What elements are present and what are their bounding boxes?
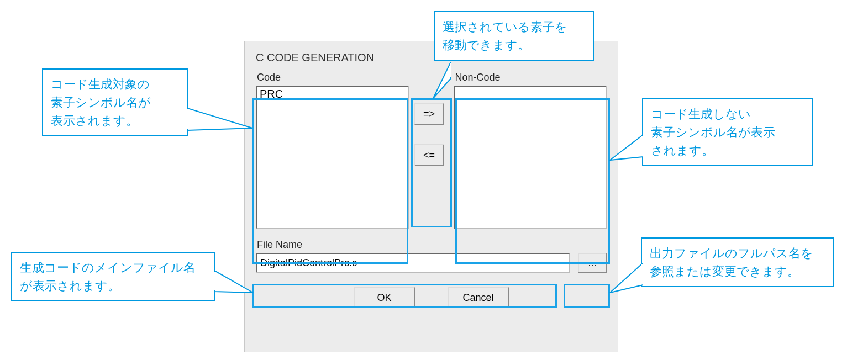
callout-pointer-icon [609, 133, 643, 166]
svg-marker-6 [214, 271, 253, 293]
ok-button[interactable]: OK [354, 287, 415, 308]
noncode-group: Non-Code [454, 70, 607, 229]
callout-code-list: コード生成対象の 素子シンボル名が 表示されます。 [42, 68, 188, 136]
action-buttons: OK Cancel [245, 273, 618, 314]
callout-move-buttons: 選択されている素子を 移動できます。 [434, 11, 594, 61]
callout-browse: 出力ファイルのフルパス名を 参照または変更できます。 [641, 237, 834, 287]
svg-marker-4 [610, 135, 643, 160]
cancel-button[interactable]: Cancel [448, 287, 509, 308]
noncode-label: Non-Code [454, 70, 607, 86]
noncode-listbox[interactable] [454, 86, 607, 229]
callout-noncode-list: コード生成しない 素子シンボル名が表示 されます。 [642, 98, 813, 166]
file-row: File Name ... [245, 229, 618, 273]
svg-marker-2 [187, 108, 252, 130]
callout-pointer-icon [609, 263, 643, 296]
file-input-row: ... [256, 253, 607, 273]
browse-button[interactable]: ... [578, 253, 607, 273]
list-item[interactable]: PRC [260, 88, 405, 100]
callout-pointer-icon [429, 62, 451, 100]
file-name-input[interactable] [256, 253, 570, 273]
move-left-button[interactable]: <= [414, 144, 444, 166]
svg-marker-8 [610, 263, 643, 293]
file-label: File Name [256, 237, 607, 253]
callout-pointer-icon [187, 108, 254, 141]
move-right-button[interactable]: => [414, 103, 444, 125]
svg-marker-0 [433, 62, 451, 98]
callout-pointer-icon [214, 271, 254, 298]
code-label: Code [256, 70, 409, 86]
callout-filename: 生成コードのメインファイル名 が表示されます。 [11, 252, 215, 301]
code-group: Code PRC [256, 70, 409, 229]
code-listbox[interactable]: PRC [256, 86, 409, 229]
